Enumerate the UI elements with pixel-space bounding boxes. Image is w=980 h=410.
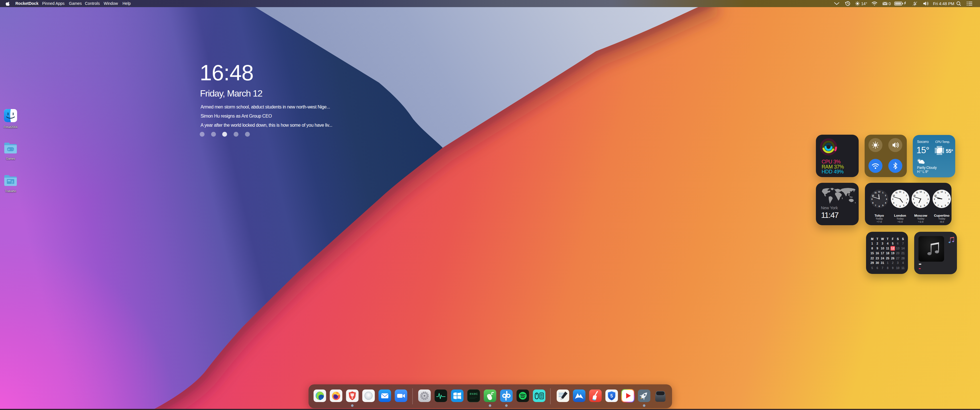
svg-text:S: S [897,237,899,241]
svg-text:15: 15 [870,251,874,255]
svg-text:23: 23 [876,256,879,260]
svg-text:T: T [876,237,878,241]
svg-text:12: 12 [899,191,901,193]
svg-text:8: 8 [887,266,889,270]
svg-text:18: 18 [886,251,889,255]
svg-text:3: 3 [897,261,899,264]
svg-text:3: 3 [886,198,887,200]
svg-text:30: 30 [876,261,879,264]
svg-text:0: 0 [889,2,891,6]
svg-text:Today: Today [917,217,924,220]
svg-text:7: 7 [896,205,897,207]
svg-text:8: 8 [872,202,873,204]
svg-text:CPU Temp.: CPU Temp. [935,140,950,143]
svg-text:7: 7 [937,205,939,207]
svg-text:11: 11 [901,266,905,270]
svg-text:4: 4 [926,202,928,204]
svg-text:2: 2 [948,194,949,197]
svg-text:55°: 55° [946,148,953,154]
svg-text:15°: 15° [916,145,929,155]
svg-text:4: 4 [948,202,949,204]
svg-text:8: 8 [914,202,915,204]
svg-text:+7.0: +7.0 [877,220,882,223]
svg-text:H:° L:9°: H:° L:9° [917,170,928,174]
svg-text:9: 9 [892,198,893,200]
svg-text:2: 2 [885,194,886,197]
svg-text:10: 10 [881,246,884,250]
svg-text:27: 27 [896,256,900,260]
svg-text:7: 7 [875,205,876,207]
svg-text:6: 6 [941,205,942,207]
svg-text:9: 9 [934,198,935,200]
svg-text:2: 2 [877,242,878,245]
svg-text:3: 3 [907,198,908,200]
svg-text:6: 6 [899,205,900,207]
svg-text:8: 8 [872,246,873,250]
svg-text:31: 31 [881,261,884,264]
svg-text:2: 2 [892,261,894,264]
svg-text:9: 9 [892,266,894,270]
svg-text:5: 5 [872,266,873,270]
svg-text:10: 10 [872,194,874,197]
svg-text:5: 5 [611,394,613,398]
svg-text:28: 28 [901,256,905,260]
svg-text:5: 5 [892,242,894,245]
svg-text:14: 14 [901,246,905,250]
svg-text:8: 8 [935,202,936,204]
svg-text:exec: exec [470,392,478,396]
svg-text:6: 6 [897,242,899,245]
svg-text:19: 19 [891,251,894,255]
svg-text:13: 13 [896,246,900,250]
svg-text:11: 11 [896,192,898,194]
svg-text:11: 11 [875,192,877,194]
svg-text:1: 1 [945,192,946,194]
svg-text:16: 16 [876,251,879,255]
svg-text:11:47: 11:47 [821,211,839,219]
svg-text:6: 6 [920,205,921,207]
svg-text:11: 11 [916,192,918,194]
svg-text:Partly Cloudy: Partly Cloudy [917,166,937,170]
svg-text:29: 29 [870,261,874,264]
svg-text:5: 5 [945,205,946,207]
svg-text:11: 11 [937,192,939,194]
svg-text:4: 4 [887,242,889,245]
svg-text:9: 9 [872,198,873,200]
svg-text:2: 2 [906,194,907,197]
svg-text:25: 25 [886,256,889,260]
svg-text:12: 12 [920,191,922,193]
svg-text:9: 9 [913,198,914,200]
svg-text:5: 5 [924,205,925,207]
svg-text:3: 3 [948,198,950,200]
svg-text:10: 10 [896,266,900,270]
svg-text:9: 9 [877,246,878,250]
svg-text:4: 4 [902,261,904,264]
svg-text:12: 12 [941,191,943,193]
svg-text:4: 4 [885,202,886,204]
svg-text:Today: Today [876,217,883,220]
svg-text:12: 12 [891,246,894,250]
svg-text:1: 1 [887,261,889,264]
svg-text:21: 21 [901,251,905,255]
svg-text:1: 1 [882,192,883,194]
svg-text:+0.0: +0.0 [897,220,903,223]
svg-text:22: 22 [870,256,874,260]
svg-text:S: S [902,237,904,241]
svg-text:11: 11 [886,246,889,250]
svg-text:Today: Today [938,217,945,220]
svg-text:26: 26 [891,256,894,260]
svg-text:5: 5 [903,205,904,207]
svg-text:7: 7 [882,266,883,270]
svg-text:14°: 14° [861,2,867,6]
svg-text:F: F [892,237,894,241]
svg-text:M: M [871,237,873,241]
svg-text:10: 10 [892,194,895,197]
svg-text:New York: New York [821,205,838,210]
svg-text:W: W [881,237,884,241]
svg-text:10: 10 [934,194,937,197]
svg-text:1: 1 [903,192,904,194]
svg-text:12: 12 [878,191,880,193]
svg-text:6: 6 [877,266,878,270]
svg-text:8: 8 [893,202,894,204]
svg-text:Socorro: Socorro [917,140,929,144]
svg-text:1: 1 [924,192,925,194]
